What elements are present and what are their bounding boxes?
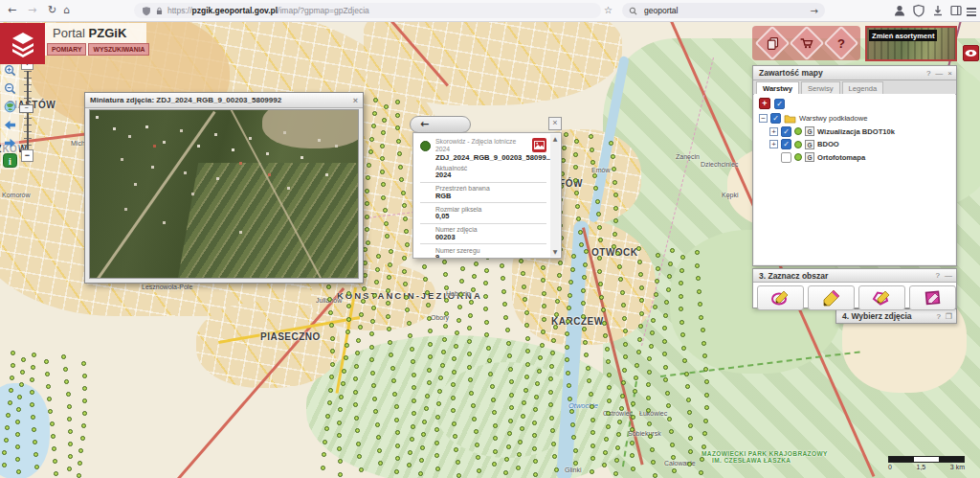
download-icon[interactable] xyxy=(931,4,945,17)
lock-icon[interactable] xyxy=(155,6,164,16)
layer-checkbox[interactable]: ✓ xyxy=(781,126,791,137)
map-label: Komorów xyxy=(2,192,31,198)
draw-edit-button[interactable] xyxy=(808,285,855,310)
zoom-slider-minus-button[interactable]: − xyxy=(21,149,33,162)
tab-warstwy[interactable]: Warstwy xyxy=(756,81,799,94)
results-back-button[interactable]: ← xyxy=(410,116,471,133)
browser-back-button[interactable]: ← xyxy=(8,3,16,18)
map-label: OTWOCK xyxy=(591,247,638,258)
detail-field: Rozmiar piksela0,05 xyxy=(420,203,546,224)
thumbnail-window-titlebar[interactable]: Miniatura zdjęcia: ZDJ_2024_RGB_9_00203_… xyxy=(85,93,363,108)
map-label: PIASECZNO xyxy=(260,331,321,342)
all-layers-checkbox[interactable]: ✓ xyxy=(774,99,785,109)
map-contents-titlebar[interactable]: Zawartość mapy ? — × xyxy=(753,66,956,80)
layer-symbol-icon xyxy=(794,141,802,148)
layer-symbol-icon xyxy=(420,141,431,151)
search-input[interactable] xyxy=(642,5,780,16)
detail-field: Aktualność2024 xyxy=(420,162,546,183)
map-toolbar: i xyxy=(1,60,19,170)
next-view-icon[interactable] xyxy=(4,137,16,149)
full-extent-globe-icon[interactable] xyxy=(4,101,16,113)
bookmark-star-icon[interactable]: ☆ xyxy=(604,3,612,18)
layer-label[interactable]: BDOO xyxy=(817,140,839,148)
identify-info-icon[interactable]: i xyxy=(3,153,17,168)
url-bar[interactable]: https://pzgik.geoportal.gov.pl/imap/?gpm… xyxy=(134,3,601,18)
tracking-shield-icon[interactable] xyxy=(142,6,151,16)
close-icon[interactable]: × xyxy=(947,69,952,78)
help-icon[interactable]: ? xyxy=(936,312,940,321)
layer-checkbox[interactable]: ✓ xyxy=(781,139,791,149)
draw-circle-button[interactable] xyxy=(757,285,804,310)
layer-checkbox[interactable] xyxy=(781,152,791,163)
layer-label[interactable]: Warstwy podkładowe xyxy=(799,114,867,123)
go-arrow-icon[interactable]: → xyxy=(811,6,818,16)
restore-icon[interactable]: ❐ xyxy=(946,312,952,321)
help-icon[interactable]: ? xyxy=(926,69,930,78)
map-contents-tabs: Warstwy Serwisy Legenda xyxy=(753,80,956,95)
tab-serwisy[interactable]: Serwisy xyxy=(801,81,840,94)
select-area-titlebar[interactable]: 3. Zaznacz obszar ? — xyxy=(753,269,956,283)
previous-view-icon[interactable] xyxy=(4,119,16,131)
change-assortment-button[interactable]: Zmień asortyment xyxy=(865,26,957,61)
sidebar-icon[interactable] xyxy=(949,4,963,17)
map-label: Lesznowola-Pole xyxy=(142,284,192,290)
menu-icon[interactable] xyxy=(967,6,980,19)
layer-symbol-icon xyxy=(794,153,802,161)
layer-tree-row[interactable]: +✓GWizualizacja BDOT10k xyxy=(754,125,955,139)
browser-home-button[interactable]: ⌂ xyxy=(63,3,70,18)
tab-legenda[interactable]: Legenda xyxy=(842,81,884,94)
tab-pomiary[interactable]: POMIARY xyxy=(47,43,86,56)
expander-icon[interactable]: + xyxy=(769,140,778,148)
map-label: Kępki xyxy=(722,192,739,198)
minimize-icon[interactable]: — xyxy=(935,69,943,78)
group-icon: G xyxy=(805,152,814,162)
map-label: MAZOWIECKI PARK KRAJOBRAZOWY xyxy=(702,450,828,457)
pzgik-logo[interactable] xyxy=(0,23,45,64)
thumbnail-window-title: Miniatura zdjęcia: ZDJ_2024_RGB_9_00203_… xyxy=(90,96,281,104)
cart-button[interactable] xyxy=(790,26,825,61)
detail-scrollbar[interactable]: ▲ ▼ xyxy=(550,134,560,257)
scroll-up-icon[interactable]: ▲ xyxy=(550,134,560,144)
map-label: Otwockie xyxy=(568,401,598,410)
change-assortment-label: Zmień asortyment xyxy=(869,30,937,41)
layer-label[interactable]: Ortofotomapa xyxy=(817,153,865,162)
map-label: IM. CZESŁAWA ŁASZKA xyxy=(712,457,791,464)
tab-wyszukiwania[interactable]: WYSZUKIWANIA xyxy=(88,43,149,56)
help-button[interactable]: ? xyxy=(824,26,859,61)
expander-icon[interactable]: + xyxy=(769,127,778,136)
map-contents-panel: Zawartość mapy ? — × Warstwy Serwisy Leg… xyxy=(752,65,957,266)
select-photos-title: 4. Wybierz zdjęcia xyxy=(842,311,912,321)
layer-tree-row[interactable]: GOrtofotomapa xyxy=(754,151,955,165)
expander-icon[interactable]: − xyxy=(759,114,768,123)
privacy-badge-icon[interactable] xyxy=(912,4,925,17)
map-label: Dziechciniec xyxy=(701,161,738,168)
layer-checkbox[interactable]: ✓ xyxy=(770,113,781,124)
show-photo-button[interactable] xyxy=(532,138,546,152)
visibility-eye-button[interactable] xyxy=(963,45,979,61)
layer-label[interactable]: Wizualizacja BDOT10k xyxy=(817,127,895,136)
layer-symbol-icon xyxy=(794,127,802,135)
draw-polygon-button[interactable] xyxy=(858,285,905,310)
select-photos-titlebar[interactable]: 4. Wybierz zdjęcia ? ❐ xyxy=(836,309,956,323)
browser-forward-button[interactable]: → xyxy=(28,3,36,18)
group-icon: G xyxy=(805,126,814,136)
results-close-button[interactable]: × xyxy=(548,117,562,130)
zoom-in-tool-icon[interactable] xyxy=(4,64,16,77)
map-label: KARCZEW xyxy=(551,316,604,327)
zoom-slider-handle[interactable]: − xyxy=(19,104,33,113)
draw-rectangle-button[interactable] xyxy=(909,285,956,310)
browser-reload-button[interactable]: ↻ xyxy=(48,3,56,18)
browser-search-bar[interactable]: → xyxy=(622,3,825,18)
minimize-icon[interactable]: — xyxy=(945,271,952,280)
layer-tree-row[interactable]: −✓Warstwy podkładowe xyxy=(754,112,955,125)
close-icon[interactable]: × xyxy=(353,96,358,105)
group-icon: G xyxy=(805,140,814,149)
zoom-out-tool-icon[interactable] xyxy=(4,82,16,95)
copy-button[interactable] xyxy=(755,26,791,61)
help-icon[interactable]: ? xyxy=(936,271,940,280)
photo-buildings xyxy=(96,116,99,119)
scroll-down-icon[interactable]: ▼ xyxy=(550,247,560,257)
layer-tree-row[interactable]: +✓GBDOO xyxy=(754,138,955,151)
add-layer-button[interactable]: + xyxy=(759,98,770,109)
profile-icon[interactable] xyxy=(893,4,906,17)
